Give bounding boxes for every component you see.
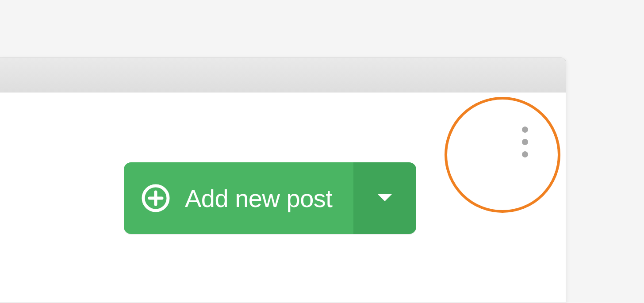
add-post-button-group: Add new post bbox=[124, 162, 416, 234]
add-post-dropdown-button[interactable] bbox=[353, 162, 416, 234]
highlight-annotation-circle bbox=[445, 97, 560, 213]
chevron-down-icon bbox=[376, 192, 394, 204]
more-options-icon bbox=[522, 139, 528, 145]
window-frame: Add new post bbox=[0, 58, 566, 303]
plus-icon bbox=[142, 184, 170, 212]
content-area: Add new post bbox=[0, 92, 566, 303]
more-options-button[interactable] bbox=[512, 124, 538, 160]
add-new-post-button[interactable]: Add new post bbox=[124, 162, 353, 234]
more-options-icon bbox=[522, 127, 528, 133]
add-new-post-label: Add new post bbox=[185, 184, 332, 213]
window-title-bar bbox=[0, 58, 566, 92]
more-options-icon bbox=[522, 151, 528, 157]
